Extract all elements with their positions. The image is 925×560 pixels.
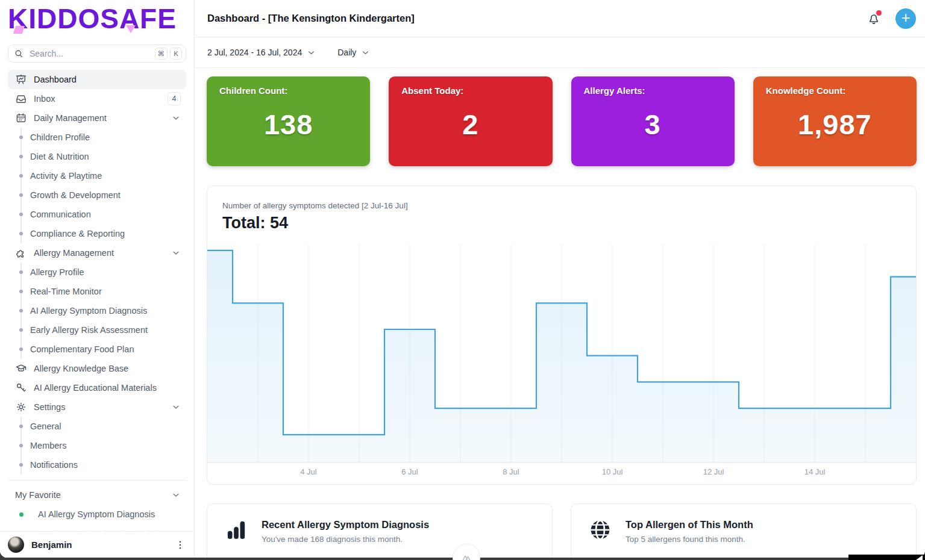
bullet-icon <box>19 463 23 467</box>
stat-label: Children Count: <box>207 76 370 96</box>
search-input[interactable] <box>28 48 152 59</box>
sidebar-item-ai-allergy-symptom-diagnosis[interactable]: AI Allergy Symptom Diagnosis <box>8 301 186 320</box>
bottom-corner-pointer <box>916 555 923 560</box>
sidebar-item-members[interactable]: Members <box>8 436 186 455</box>
mountain-icon <box>460 551 473 560</box>
sidebar-item-label: Settings <box>34 402 171 412</box>
bar-chart-icon <box>224 518 248 542</box>
sidebar-item-label: AI Allergy Educational Materials <box>34 383 181 393</box>
sidebar-item-label: AI Allergy Symptom Diagnosis <box>30 306 186 316</box>
sidebar-item-label: Children Profile <box>30 132 186 142</box>
bullet-icon <box>19 213 23 216</box>
sidebar-item-real-time-monitor[interactable]: Real-Time Monitor <box>8 282 186 301</box>
chevron-down-icon <box>171 113 181 123</box>
add-button[interactable]: + <box>895 8 916 29</box>
sidebar-item-label: Notifications <box>30 460 186 470</box>
sidebar-item-growth-development[interactable]: Growth & Development <box>8 185 186 205</box>
favorite-item-label: AI Allergy Symptom Diagnosis <box>38 509 186 519</box>
bullet-icon <box>19 328 23 332</box>
topbar: Dashboard - [The Kensington Kindergarten… <box>195 0 925 37</box>
stat-card-knowledge-count: Knowledge Count: 1,987 <box>753 76 917 166</box>
logo-text: KIDDOSAFE <box>8 3 177 34</box>
sidebar-item-label: Allergy Profile <box>30 267 186 277</box>
card-title: Recent Allergy Symptom Diagnosis <box>262 519 429 530</box>
sidebar-item-allergy-profile[interactable]: Allergy Profile <box>8 263 186 282</box>
key-icon <box>15 382 27 394</box>
chart-subtitle: Number of allergy symptoms detected [2 J… <box>222 201 408 210</box>
puzzle-icon <box>15 247 27 259</box>
user-name: Benjamin <box>31 540 175 550</box>
favorite-item-ai-allergy-symptom-diagnosis[interactable]: AI Allergy Symptom Diagnosis <box>8 505 186 524</box>
x-axis-label: 8 Jul <box>503 467 519 476</box>
x-axis-label: 4 Jul <box>300 467 316 476</box>
count-badge: 4 <box>168 92 181 105</box>
sidebar-nav: Dashboard Inbox 4 Daily Management Child… <box>0 70 194 474</box>
sidebar-item-label: Compliance & Reporting <box>30 229 186 238</box>
favorites-title: My Favorite <box>15 490 171 500</box>
stat-card-absent-today: Absent Today: 2 <box>389 76 552 166</box>
sidebar-item-early-allergy-risk-assessment[interactable]: Early Allergy Risk Assessment <box>8 320 186 340</box>
x-axis-labels: 4 Jul6 Jul8 Jul10 Jul12 Jul14 Jul <box>207 467 916 479</box>
cmd-keycap: ⌘ <box>155 48 168 60</box>
sidebar-divider <box>8 480 186 481</box>
sidebar-section-my-favorite[interactable]: My Favorite <box>8 485 186 505</box>
sidebar-item-allergy-management[interactable]: Allergy Management <box>8 243 186 263</box>
calendar-icon <box>15 112 27 124</box>
sidebar-item-ai-allergy-educational-materials[interactable]: AI Allergy Educational Materials <box>8 378 186 397</box>
sidebar-item-complementary-food-plan[interactable]: Complementary Food Plan <box>8 340 186 359</box>
sidebar-item-label: Communication <box>30 210 186 219</box>
app-window: KIDDOSAFE ⌘ K Dashboard Inbox 4 Daily Ma… <box>0 0 925 558</box>
sidebar-item-label: Early Allergy Risk Assessment <box>30 325 186 335</box>
bullet-icon <box>19 444 23 447</box>
notifications-button[interactable] <box>867 11 881 26</box>
sidebar-item-compliance-reporting[interactable]: Compliance & Reporting <box>8 224 186 243</box>
x-axis-label: 6 Jul <box>401 467 418 476</box>
sidebar-item-activity-playtime[interactable]: Activity & Playtime <box>8 166 186 185</box>
bullet-icon <box>19 309 23 313</box>
sidebar-item-communication[interactable]: Communication <box>8 205 186 224</box>
sidebar-item-diet-nutrition[interactable]: Diet & Nutrition <box>8 147 186 166</box>
search-icon <box>14 49 24 58</box>
sidebar-item-label: Real-Time Monitor <box>30 287 186 296</box>
x-axis-label: 14 Jul <box>804 467 826 476</box>
sidebar-item-children-profile[interactable]: Children Profile <box>8 128 186 147</box>
chevron-down-icon <box>361 48 370 57</box>
bullet-icon <box>19 135 23 139</box>
app-logo: KIDDOSAFE <box>8 4 189 35</box>
bullet-icon <box>19 174 23 178</box>
user-menu[interactable]: Benjamin <box>0 531 193 558</box>
stat-label: Knowledge Count: <box>753 76 917 96</box>
logo-pink-triangle-accent <box>126 25 136 33</box>
globe-icon <box>588 518 612 542</box>
date-range-dropdown[interactable]: 2 Jul, 2024 - 16 Jul, 2024 <box>207 48 316 57</box>
sidebar-item-label: Complementary Food Plan <box>30 344 186 354</box>
sidebar-item-label: Daily Management <box>34 113 171 123</box>
filter-bar: 2 Jul, 2024 - 16 Jul, 2024 Daily <box>195 37 925 68</box>
k-keycap: K <box>170 48 182 60</box>
card-title: Top Allergen of This Month <box>626 519 753 530</box>
sidebar-item-allergy-knowledge-base[interactable]: Allergy Knowledge Base <box>8 359 186 378</box>
dashboard-icon <box>15 73 27 86</box>
sidebar-item-inbox[interactable]: Inbox 4 <box>8 89 186 108</box>
card-subtitle: Top 5 allergens found this month. <box>626 535 753 544</box>
sidebar-item-label: General <box>30 422 186 431</box>
top-allergen-card: Top Allergen of This Month Top 5 allerge… <box>571 503 917 558</box>
recent-diagnosis-card: Recent Allergy Symptom Diagnosis You've … <box>207 503 553 558</box>
avatar <box>8 537 24 553</box>
grad-cap-icon <box>15 362 27 375</box>
search-box[interactable]: ⌘ K <box>8 45 186 63</box>
sidebar-item-daily-management[interactable]: Daily Management <box>8 108 186 128</box>
kebab-menu-icon[interactable] <box>175 540 186 550</box>
sidebar-item-general[interactable]: General <box>8 417 186 436</box>
sidebar-item-dashboard[interactable]: Dashboard <box>8 70 186 89</box>
bullet-icon <box>19 270 23 274</box>
stats-row: Children Count: 138 Absent Today: 2 Alle… <box>207 76 917 166</box>
sidebar-item-label: Allergy Management <box>34 248 171 258</box>
page-title: Dashboard - [The Kensington Kindergarten… <box>207 13 867 24</box>
sidebar-item-settings[interactable]: Settings <box>8 397 186 417</box>
sidebar-item-notifications[interactable]: Notifications <box>8 455 186 474</box>
granularity-dropdown[interactable]: Daily <box>337 48 370 57</box>
bullet-icon <box>19 425 23 428</box>
stat-card-children-count: Children Count: 138 <box>207 76 370 166</box>
chevron-down-icon <box>307 48 316 57</box>
